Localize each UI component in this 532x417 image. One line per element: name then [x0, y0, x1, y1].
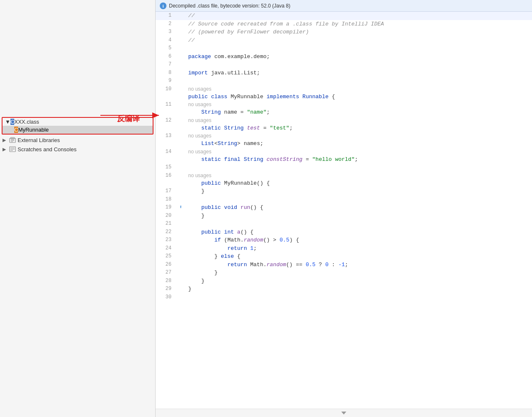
line-number: 15: [156, 163, 176, 172]
line-code: // (powered by FernFlower decompiler): [185, 28, 532, 36]
scratches-consoles-item[interactable]: ▶ Scratches and Consoles: [0, 145, 155, 154]
line-number: 22: [156, 228, 176, 236]
line-code: }: [185, 187, 532, 196]
line-number: 3: [156, 28, 176, 36]
line-number: 12: [156, 117, 176, 132]
line-number: 10: [156, 85, 176, 101]
line-code: // Source code recreated from a .class f…: [185, 20, 532, 28]
line-code: no usages public MyRunnable() {: [185, 172, 532, 188]
line-code: [185, 163, 532, 172]
line-code: }: [185, 285, 532, 293]
class-icon: C: [10, 119, 14, 125]
line-gutter: [176, 85, 185, 101]
expand-arrow: ▼: [5, 119, 10, 125]
line-gutter: [176, 269, 185, 277]
line-code: no usagespublic class MyRunnable impleme…: [185, 85, 532, 101]
info-text: Decompiled .class file, bytecode version…: [169, 3, 290, 9]
line-gutter: [176, 187, 185, 196]
line-gutter: [176, 53, 185, 61]
line-number: 21: [156, 220, 176, 228]
sidebar: 反编译 ▼ C XXX.class C MyRunnable ▶: [0, 0, 156, 417]
line-gutter: [176, 212, 185, 220]
line-number: 29: [156, 285, 176, 293]
line-gutter: [176, 252, 185, 261]
line-code: //: [185, 36, 532, 45]
myrunnable-icon: C: [14, 127, 18, 133]
line-code: no usages static final String constStrin…: [185, 148, 532, 164]
line-code: no usages String name = "name";: [185, 101, 532, 117]
line-number: 19: [156, 203, 176, 212]
line-code: } else {: [185, 252, 532, 261]
line-number: 6: [156, 53, 176, 61]
line-code: no usages List<String> names;: [185, 132, 532, 148]
xxx-class-label: XXX.class: [14, 119, 39, 125]
line-code: return 1;: [185, 244, 532, 253]
line-code: }: [185, 269, 532, 277]
code-editor[interactable]: 1//2// Source code recreated from a .cla…: [156, 12, 532, 409]
line-code: [185, 77, 532, 85]
code-table: 1//2// Source code recreated from a .cla…: [156, 12, 532, 301]
info-bar: i Decompiled .class file, bytecode versi…: [156, 0, 532, 12]
line-gutter: [176, 77, 185, 85]
line-code: //: [185, 12, 532, 20]
line-gutter: [176, 132, 185, 148]
line-code: import java.util.List;: [185, 69, 532, 77]
line-gutter: [176, 117, 185, 132]
myrunnable-label: MyRunnable: [18, 127, 49, 133]
external-libraries-item[interactable]: ▶ External Libraries: [0, 135, 155, 145]
line-code: [185, 220, 532, 228]
line-number: 28: [156, 277, 176, 285]
library-icon: [9, 137, 16, 143]
line-code: package com.example.demo;: [185, 53, 532, 61]
line-number: 5: [156, 44, 176, 53]
line-number: 13: [156, 132, 176, 148]
line-gutter: [176, 36, 185, 45]
line-code: public int a() {: [185, 228, 532, 236]
line-number: 17: [156, 187, 176, 196]
line-number: 25: [156, 252, 176, 261]
line-gutter: [176, 20, 185, 28]
line-code: }: [185, 277, 532, 285]
line-number: 14: [156, 148, 176, 164]
line-gutter: [176, 285, 185, 293]
line-gutter: [176, 28, 185, 36]
line-gutter: [176, 277, 185, 285]
line-code: }: [185, 212, 532, 220]
line-code: [185, 61, 532, 69]
line-gutter: [176, 148, 185, 164]
line-gutter: [176, 61, 185, 69]
line-number: 16: [156, 172, 176, 188]
scratches-label: Scratches and Consoles: [18, 146, 77, 153]
line-gutter: [176, 44, 185, 53]
scroll-triangle-icon: [341, 412, 346, 414]
line-gutter: [176, 236, 185, 244]
line-code: [185, 293, 532, 302]
line-gutter: ⬆: [176, 203, 185, 212]
line-gutter: [176, 293, 185, 302]
line-gutter: [176, 69, 185, 77]
scratches-icon: [9, 146, 16, 153]
line-number: 11: [156, 101, 176, 117]
line-number: 18: [156, 196, 176, 204]
line-gutter: [176, 228, 185, 236]
line-number: 24: [156, 244, 176, 253]
myrunnable-item[interactable]: C MyRunnable: [3, 126, 153, 134]
line-number: 26: [156, 261, 176, 269]
line-gutter: [176, 244, 185, 253]
line-code: if (Math.random() > 0.5) {: [185, 236, 532, 244]
line-gutter: [176, 172, 185, 188]
line-number: 4: [156, 36, 176, 45]
line-number: 30: [156, 293, 176, 302]
line-code: public void run() {: [185, 203, 532, 212]
scroll-bottom: [156, 409, 532, 417]
line-number: 27: [156, 269, 176, 277]
line-gutter: [176, 196, 185, 204]
line-number: 23: [156, 236, 176, 244]
info-icon: i: [160, 3, 166, 9]
line-code: [185, 196, 532, 204]
line-gutter: [176, 12, 185, 20]
ext-lib-arrow: ▶: [3, 137, 9, 143]
line-code: [185, 44, 532, 53]
main-editor: i Decompiled .class file, bytecode versi…: [156, 0, 532, 417]
scratches-arrow: ▶: [3, 147, 9, 152]
